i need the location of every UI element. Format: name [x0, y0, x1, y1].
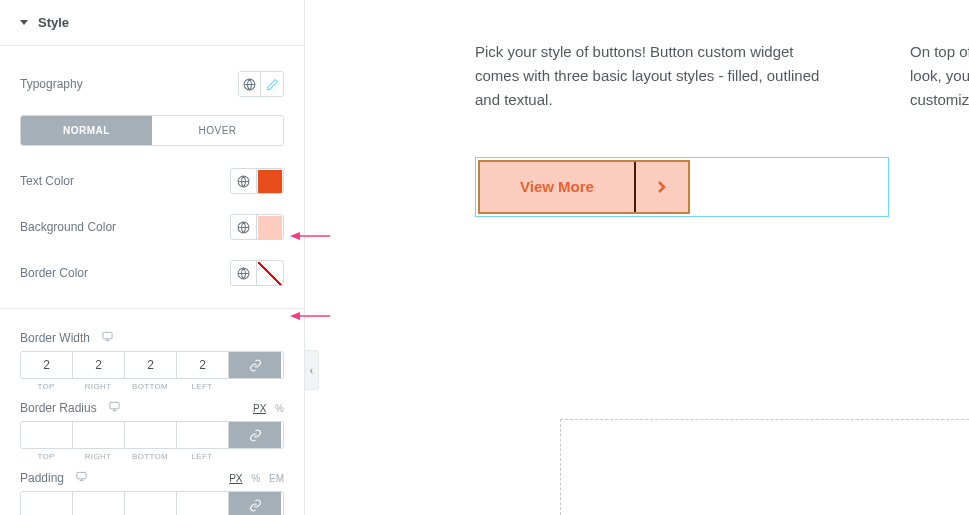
border-radius-left[interactable] [177, 422, 229, 448]
border-radius-units: PX % [247, 403, 284, 414]
section-title: Style [38, 15, 69, 30]
typography-edit-button[interactable] [261, 72, 283, 96]
text-color-swatch[interactable] [258, 170, 282, 194]
border-radius-right[interactable] [73, 422, 125, 448]
svg-rect-6 [77, 472, 86, 478]
unit-px[interactable]: PX [229, 473, 242, 484]
border-color-globe-button[interactable] [231, 261, 257, 285]
svg-rect-4 [103, 332, 112, 338]
section-header[interactable]: Style [0, 0, 304, 46]
border-radius-link-button[interactable] [229, 422, 281, 448]
style-panel: Style Typography NORMAL HOVER Text Color [0, 0, 305, 515]
border-width-top[interactable] [21, 352, 73, 378]
preview-text-2: On top of the basic button look, you als… [910, 40, 969, 112]
text-color-label: Text Color [20, 174, 74, 188]
border-width-link-button[interactable] [229, 352, 281, 378]
text-color-globe-button[interactable] [231, 169, 257, 193]
drop-zone[interactable] [560, 419, 969, 515]
border-color-swatch[interactable] [258, 262, 282, 286]
border-width-label: Border Width [20, 331, 284, 345]
unit-pct[interactable]: % [251, 473, 260, 484]
view-more-button[interactable]: View More [480, 162, 636, 212]
padding-right[interactable] [73, 492, 125, 515]
preview-text-1: Pick your style of buttons! Button custo… [475, 40, 835, 112]
device-icon[interactable] [101, 331, 114, 345]
padding-link-button[interactable] [229, 492, 281, 515]
device-icon[interactable] [108, 401, 121, 415]
typography-globe-button[interactable] [239, 72, 261, 96]
padding-top[interactable] [21, 492, 73, 515]
unit-em[interactable]: EM [269, 473, 284, 484]
device-icon[interactable] [75, 471, 88, 485]
border-radius-bottom[interactable] [125, 422, 177, 448]
button-arrow[interactable] [636, 162, 688, 212]
border-width-bottom[interactable] [125, 352, 177, 378]
selected-element-frame[interactable]: View More [475, 157, 889, 217]
unit-px[interactable]: PX [253, 403, 266, 414]
border-width-right[interactable] [73, 352, 125, 378]
padding-bottom[interactable] [125, 492, 177, 515]
unit-pct[interactable]: % [275, 403, 284, 414]
tab-normal[interactable]: NORMAL [21, 116, 152, 145]
svg-rect-5 [110, 402, 119, 408]
bg-color-globe-button[interactable] [231, 215, 257, 239]
caret-down-icon [20, 20, 28, 25]
bg-color-label: Background Color [20, 220, 116, 234]
border-radius-top[interactable] [21, 422, 73, 448]
preview-area: Pick your style of buttons! Button custo… [305, 0, 969, 515]
typography-label: Typography [20, 77, 83, 91]
button-widget: View More [478, 160, 690, 214]
state-tabs: NORMAL HOVER [20, 115, 284, 146]
bg-color-swatch[interactable] [258, 216, 282, 240]
border-width-left[interactable] [177, 352, 229, 378]
padding-units: PX % EM [223, 473, 284, 484]
tab-hover[interactable]: HOVER [152, 116, 283, 145]
svg-marker-8 [290, 232, 300, 240]
border-radius-label: Border Radius [20, 401, 247, 415]
padding-label: Padding [20, 471, 223, 485]
svg-marker-10 [290, 312, 300, 320]
padding-left[interactable] [177, 492, 229, 515]
border-color-label: Border Color [20, 266, 88, 280]
